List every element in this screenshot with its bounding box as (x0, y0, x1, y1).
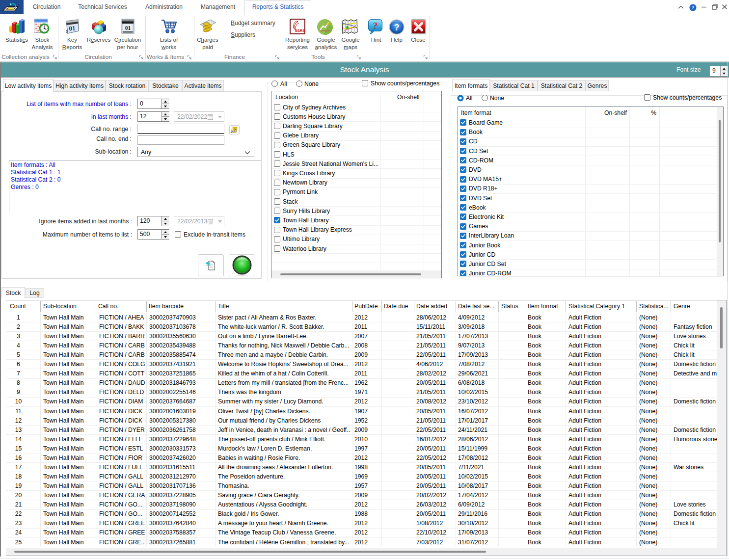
svg-text:SSRS: SSRS (295, 28, 305, 33)
svg-text:01: 01 (69, 25, 76, 32)
svg-text:?: ? (233, 128, 236, 133)
svg-text:?: ? (394, 23, 400, 32)
svg-text:?: ? (373, 21, 378, 31)
svg-text:?: ? (692, 5, 694, 10)
svg-text:01: 01 (125, 25, 131, 31)
